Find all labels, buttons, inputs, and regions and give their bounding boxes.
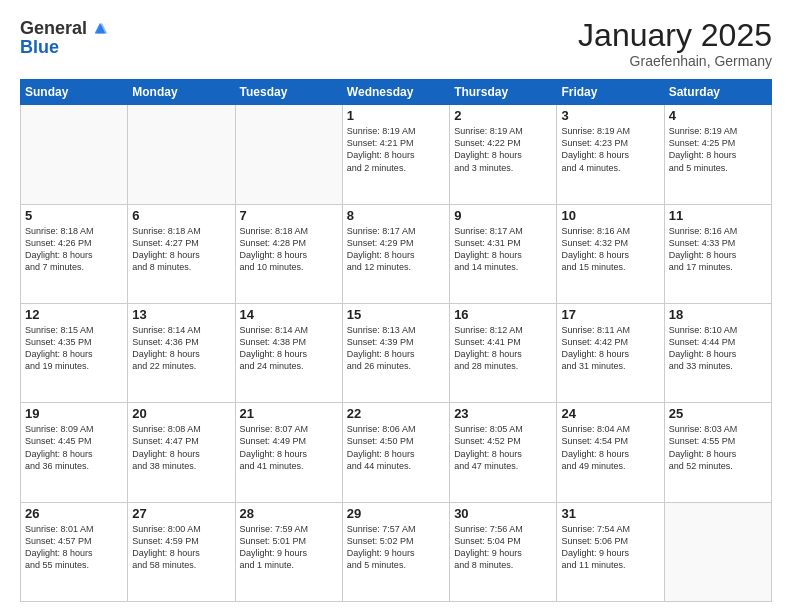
calendar-header-row: Sunday Monday Tuesday Wednesday Thursday… bbox=[21, 80, 772, 105]
day-detail: Sunrise: 7:59 AM Sunset: 5:01 PM Dayligh… bbox=[240, 523, 338, 572]
calendar-week-row: 19Sunrise: 8:09 AM Sunset: 4:45 PM Dayli… bbox=[21, 403, 772, 502]
title-block: January 2025 Graefenhain, Germany bbox=[578, 18, 772, 69]
table-row: 28Sunrise: 7:59 AM Sunset: 5:01 PM Dayli… bbox=[235, 502, 342, 601]
col-thursday: Thursday bbox=[450, 80, 557, 105]
table-row: 18Sunrise: 8:10 AM Sunset: 4:44 PM Dayli… bbox=[664, 303, 771, 402]
calendar-week-row: 26Sunrise: 8:01 AM Sunset: 4:57 PM Dayli… bbox=[21, 502, 772, 601]
table-row: 12Sunrise: 8:15 AM Sunset: 4:35 PM Dayli… bbox=[21, 303, 128, 402]
day-number: 22 bbox=[347, 406, 445, 421]
day-number: 4 bbox=[669, 108, 767, 123]
day-detail: Sunrise: 8:13 AM Sunset: 4:39 PM Dayligh… bbox=[347, 324, 445, 373]
table-row: 22Sunrise: 8:06 AM Sunset: 4:50 PM Dayli… bbox=[342, 403, 449, 502]
day-number: 5 bbox=[25, 208, 123, 223]
day-number: 1 bbox=[347, 108, 445, 123]
day-number: 3 bbox=[561, 108, 659, 123]
table-row bbox=[664, 502, 771, 601]
table-row bbox=[21, 105, 128, 204]
table-row: 9Sunrise: 8:17 AM Sunset: 4:31 PM Daylig… bbox=[450, 204, 557, 303]
col-wednesday: Wednesday bbox=[342, 80, 449, 105]
table-row: 6Sunrise: 8:18 AM Sunset: 4:27 PM Daylig… bbox=[128, 204, 235, 303]
day-detail: Sunrise: 8:19 AM Sunset: 4:25 PM Dayligh… bbox=[669, 125, 767, 174]
day-number: 21 bbox=[240, 406, 338, 421]
table-row: 26Sunrise: 8:01 AM Sunset: 4:57 PM Dayli… bbox=[21, 502, 128, 601]
day-number: 24 bbox=[561, 406, 659, 421]
day-detail: Sunrise: 8:17 AM Sunset: 4:29 PM Dayligh… bbox=[347, 225, 445, 274]
table-row: 8Sunrise: 8:17 AM Sunset: 4:29 PM Daylig… bbox=[342, 204, 449, 303]
location: Graefenhain, Germany bbox=[578, 53, 772, 69]
calendar-table: Sunday Monday Tuesday Wednesday Thursday… bbox=[20, 79, 772, 602]
table-row bbox=[235, 105, 342, 204]
day-detail: Sunrise: 8:19 AM Sunset: 4:21 PM Dayligh… bbox=[347, 125, 445, 174]
day-number: 18 bbox=[669, 307, 767, 322]
day-number: 15 bbox=[347, 307, 445, 322]
day-detail: Sunrise: 8:01 AM Sunset: 4:57 PM Dayligh… bbox=[25, 523, 123, 572]
day-detail: Sunrise: 8:09 AM Sunset: 4:45 PM Dayligh… bbox=[25, 423, 123, 472]
table-row: 21Sunrise: 8:07 AM Sunset: 4:49 PM Dayli… bbox=[235, 403, 342, 502]
day-detail: Sunrise: 8:17 AM Sunset: 4:31 PM Dayligh… bbox=[454, 225, 552, 274]
month-title: January 2025 bbox=[578, 18, 772, 53]
table-row: 19Sunrise: 8:09 AM Sunset: 4:45 PM Dayli… bbox=[21, 403, 128, 502]
day-detail: Sunrise: 8:14 AM Sunset: 4:36 PM Dayligh… bbox=[132, 324, 230, 373]
day-detail: Sunrise: 8:12 AM Sunset: 4:41 PM Dayligh… bbox=[454, 324, 552, 373]
table-row: 7Sunrise: 8:18 AM Sunset: 4:28 PM Daylig… bbox=[235, 204, 342, 303]
table-row: 11Sunrise: 8:16 AM Sunset: 4:33 PM Dayli… bbox=[664, 204, 771, 303]
day-detail: Sunrise: 7:56 AM Sunset: 5:04 PM Dayligh… bbox=[454, 523, 552, 572]
day-detail: Sunrise: 8:16 AM Sunset: 4:33 PM Dayligh… bbox=[669, 225, 767, 274]
col-friday: Friday bbox=[557, 80, 664, 105]
day-detail: Sunrise: 8:11 AM Sunset: 4:42 PM Dayligh… bbox=[561, 324, 659, 373]
day-detail: Sunrise: 7:57 AM Sunset: 5:02 PM Dayligh… bbox=[347, 523, 445, 572]
day-number: 31 bbox=[561, 506, 659, 521]
day-number: 26 bbox=[25, 506, 123, 521]
col-tuesday: Tuesday bbox=[235, 80, 342, 105]
table-row: 23Sunrise: 8:05 AM Sunset: 4:52 PM Dayli… bbox=[450, 403, 557, 502]
day-number: 2 bbox=[454, 108, 552, 123]
day-number: 6 bbox=[132, 208, 230, 223]
day-number: 11 bbox=[669, 208, 767, 223]
table-row: 13Sunrise: 8:14 AM Sunset: 4:36 PM Dayli… bbox=[128, 303, 235, 402]
day-detail: Sunrise: 8:06 AM Sunset: 4:50 PM Dayligh… bbox=[347, 423, 445, 472]
day-detail: Sunrise: 8:04 AM Sunset: 4:54 PM Dayligh… bbox=[561, 423, 659, 472]
table-row: 15Sunrise: 8:13 AM Sunset: 4:39 PM Dayli… bbox=[342, 303, 449, 402]
day-number: 12 bbox=[25, 307, 123, 322]
day-detail: Sunrise: 8:18 AM Sunset: 4:28 PM Dayligh… bbox=[240, 225, 338, 274]
table-row: 17Sunrise: 8:11 AM Sunset: 4:42 PM Dayli… bbox=[557, 303, 664, 402]
day-number: 19 bbox=[25, 406, 123, 421]
calendar-week-row: 5Sunrise: 8:18 AM Sunset: 4:26 PM Daylig… bbox=[21, 204, 772, 303]
table-row: 25Sunrise: 8:03 AM Sunset: 4:55 PM Dayli… bbox=[664, 403, 771, 502]
header: General Blue January 2025 Graefenhain, G… bbox=[20, 18, 772, 69]
day-number: 23 bbox=[454, 406, 552, 421]
day-detail: Sunrise: 8:16 AM Sunset: 4:32 PM Dayligh… bbox=[561, 225, 659, 274]
table-row: 14Sunrise: 8:14 AM Sunset: 4:38 PM Dayli… bbox=[235, 303, 342, 402]
table-row: 24Sunrise: 8:04 AM Sunset: 4:54 PM Dayli… bbox=[557, 403, 664, 502]
calendar-week-row: 12Sunrise: 8:15 AM Sunset: 4:35 PM Dayli… bbox=[21, 303, 772, 402]
table-row: 2Sunrise: 8:19 AM Sunset: 4:22 PM Daylig… bbox=[450, 105, 557, 204]
day-number: 30 bbox=[454, 506, 552, 521]
table-row: 31Sunrise: 7:54 AM Sunset: 5:06 PM Dayli… bbox=[557, 502, 664, 601]
logo-general: General bbox=[20, 18, 87, 39]
day-detail: Sunrise: 8:03 AM Sunset: 4:55 PM Dayligh… bbox=[669, 423, 767, 472]
table-row: 29Sunrise: 7:57 AM Sunset: 5:02 PM Dayli… bbox=[342, 502, 449, 601]
day-number: 27 bbox=[132, 506, 230, 521]
logo: General Blue bbox=[20, 18, 109, 58]
logo-icon bbox=[91, 20, 109, 38]
table-row: 10Sunrise: 8:16 AM Sunset: 4:32 PM Dayli… bbox=[557, 204, 664, 303]
day-number: 16 bbox=[454, 307, 552, 322]
day-detail: Sunrise: 8:00 AM Sunset: 4:59 PM Dayligh… bbox=[132, 523, 230, 572]
day-detail: Sunrise: 8:14 AM Sunset: 4:38 PM Dayligh… bbox=[240, 324, 338, 373]
day-number: 25 bbox=[669, 406, 767, 421]
day-detail: Sunrise: 8:10 AM Sunset: 4:44 PM Dayligh… bbox=[669, 324, 767, 373]
day-number: 29 bbox=[347, 506, 445, 521]
table-row: 16Sunrise: 8:12 AM Sunset: 4:41 PM Dayli… bbox=[450, 303, 557, 402]
day-number: 17 bbox=[561, 307, 659, 322]
table-row: 1Sunrise: 8:19 AM Sunset: 4:21 PM Daylig… bbox=[342, 105, 449, 204]
table-row: 3Sunrise: 8:19 AM Sunset: 4:23 PM Daylig… bbox=[557, 105, 664, 204]
day-number: 14 bbox=[240, 307, 338, 322]
day-detail: Sunrise: 8:18 AM Sunset: 4:26 PM Dayligh… bbox=[25, 225, 123, 274]
day-number: 10 bbox=[561, 208, 659, 223]
day-detail: Sunrise: 8:19 AM Sunset: 4:22 PM Dayligh… bbox=[454, 125, 552, 174]
day-number: 8 bbox=[347, 208, 445, 223]
logo-text: General bbox=[20, 18, 109, 39]
day-detail: Sunrise: 8:18 AM Sunset: 4:27 PM Dayligh… bbox=[132, 225, 230, 274]
day-number: 20 bbox=[132, 406, 230, 421]
table-row: 30Sunrise: 7:56 AM Sunset: 5:04 PM Dayli… bbox=[450, 502, 557, 601]
